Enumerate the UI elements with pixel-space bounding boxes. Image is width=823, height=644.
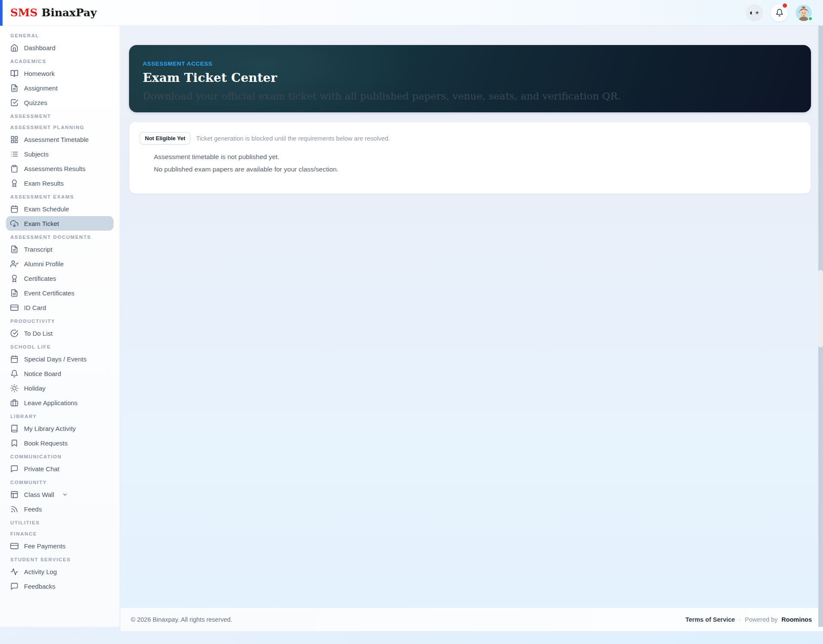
sidebar-item-id-card[interactable]: ID Card [6,300,114,315]
home-icon [10,44,18,52]
sidebar-section-community: COMMUNITY [6,476,114,487]
sidebar-section-utilities: UTILITIES [6,516,114,527]
sidebar-item-label: Feeds [24,506,42,513]
notification-button[interactable] [771,4,788,21]
requirement-line: Assessment timetable is not published ye… [154,153,800,161]
powered-by-text: Powered by [745,616,778,623]
bell-icon [10,370,18,378]
sidebar-item-label: Special Days / Events [24,355,87,363]
sidebar-item-label: Event Certificates [24,289,75,297]
book-open-icon [10,69,18,78]
sidebar-item-label: Dashboard [24,44,55,51]
sidebar-item-holiday[interactable]: Holiday [6,381,114,395]
clipboard-icon [10,165,18,173]
theme-toggle-button[interactable]: ◐ ☀ [746,4,763,21]
status-badge: Not Eligible Yet [140,132,190,144]
sidebar-item-feeds[interactable]: Feeds [6,502,114,516]
layout-icon [10,491,18,499]
chevron-down-icon [62,492,68,497]
sidebar-item-class-wall[interactable]: Class Wall [6,487,114,502]
bell-icon [775,9,784,17]
status-message: Ticket generation is blocked until the r… [196,135,390,142]
sidebar-item-assessments-results[interactable]: Assessments Results [6,161,114,176]
sidebar-item-book-requests[interactable]: Book Requests [6,436,114,450]
sidebar-item-leave-applications[interactable]: Leave Applications [6,395,114,410]
sidebar-item-exam-schedule[interactable]: Exam Schedule [6,202,114,216]
sidebar-section-finance: FINANCE [6,527,114,539]
sidebar-item-label: Homework [24,70,55,77]
sidebar-section-assessment-exams: ASSESSMENT EXAMS [6,190,114,202]
brand-link[interactable]: Roominos [781,616,812,623]
sidebar-item-label: Holiday [24,385,45,392]
sidebar-item-homework[interactable]: Homework [6,66,114,81]
sun-icon [10,384,18,392]
bookmark-icon [10,439,18,447]
file-text-icon [10,245,18,253]
sidebar-item-label: Assessments Results [24,165,85,172]
page-title: Exam Ticket Center [143,71,797,85]
logo-prefix: SMS [10,6,38,19]
sidebar-item-exam-results[interactable]: Exam Results [6,176,114,190]
sidebar-item-activity-log[interactable]: Activity Log [6,564,114,579]
sidebar-section-assessment-documents: ASSESSMENT DOCUMENTS [6,231,114,242]
sidebar-item-assessment-timetable[interactable]: Assessment Timetable [6,132,114,147]
sidebar-item-to-do-list[interactable]: To Do List [6,326,114,340]
header-actions: ◐ ☀ [746,4,812,21]
sidebar-item-notice-board[interactable]: Notice Board [6,366,114,381]
copyright-text: © 2026 Binaxpay. All rights reserved. [131,616,232,623]
sidebar-section-communication: COMMUNICATION [6,450,114,461]
app-logo[interactable]: SMS BinaxPay [10,6,97,19]
briefcase-icon [10,399,18,407]
requirements-list: Assessment timetable is not published ye… [154,153,800,173]
terms-of-service-link[interactable]: Terms of Service [685,616,735,623]
message-square-icon [10,465,18,473]
top-header: SMS BinaxPay ◐ ☀ [0,0,823,26]
header-accent-bar [0,0,3,26]
award-icon [10,179,18,187]
book-icon [10,424,18,433]
sidebar-item-label: Certificates [24,275,56,282]
sidebar-item-label: Exam Ticket [24,220,59,227]
hero-subtitle: Download your official exam ticket with … [143,90,797,102]
sidebar-item-assignment[interactable]: Assignment [6,81,114,95]
list-icon [10,150,18,158]
sidebar-item-my-library-activity[interactable]: My Library Activity [6,421,114,436]
award-icon [10,274,18,283]
sidebar-item-label: Subjects [24,150,49,158]
notification-badge [783,3,787,8]
sidebar-item-private-chat[interactable]: Private Chat [6,461,114,476]
footer-separator: · [739,616,741,623]
check-circle-icon [10,329,18,337]
sidebar-item-fee-payments[interactable]: Fee Payments [6,539,114,553]
user-check-icon [10,260,18,268]
sidebar-item-alumni-profile[interactable]: Alumni Profile [6,256,114,271]
sidebar-item-label: Feedbacks [24,583,55,590]
sidebar-item-label: Transcript [24,246,52,253]
sidebar-item-label: Book Requests [24,439,68,447]
check-square-icon [10,99,18,107]
eligibility-status-card: Not Eligible Yet Ticket generation is bl… [129,122,811,194]
sidebar-item-event-certificates[interactable]: Event Certificates [6,286,114,300]
grid-icon [10,135,18,144]
sidebar-item-label: Assessment Timetable [24,136,89,143]
sidebar-item-label: Exam Schedule [24,205,69,213]
calendar-icon [10,205,18,213]
sidebar-item-exam-ticket[interactable]: Exam Ticket [6,216,114,231]
download-cloud-icon [10,220,18,228]
sidebar-item-feedbacks[interactable]: Feedbacks [6,579,114,593]
user-avatar[interactable] [796,5,812,21]
calendar-icon [10,355,18,363]
sidebar-section-student-services: STUDENT SERVICES [6,553,114,564]
sidebar-section-general: GENERAL [6,29,114,40]
sidebar-item-subjects[interactable]: Subjects [6,147,114,161]
sidebar-item-certificates[interactable]: Certificates [6,271,114,286]
sidebar-item-dashboard[interactable]: Dashboard [6,40,114,55]
sidebar-item-transcript[interactable]: Transcript [6,242,114,256]
sidebar-item-quizzes[interactable]: Quizzes [6,95,114,110]
sidebar-item-special-days-events[interactable]: Special Days / Events [6,352,114,366]
page-scrollbar[interactable] [818,26,823,627]
requirement-line: No published exam papers are available f… [154,166,800,173]
sidebar-item-label: Private Chat [24,465,60,472]
online-status-dot [808,16,813,21]
scrollbar-thumb[interactable] [818,270,823,347]
